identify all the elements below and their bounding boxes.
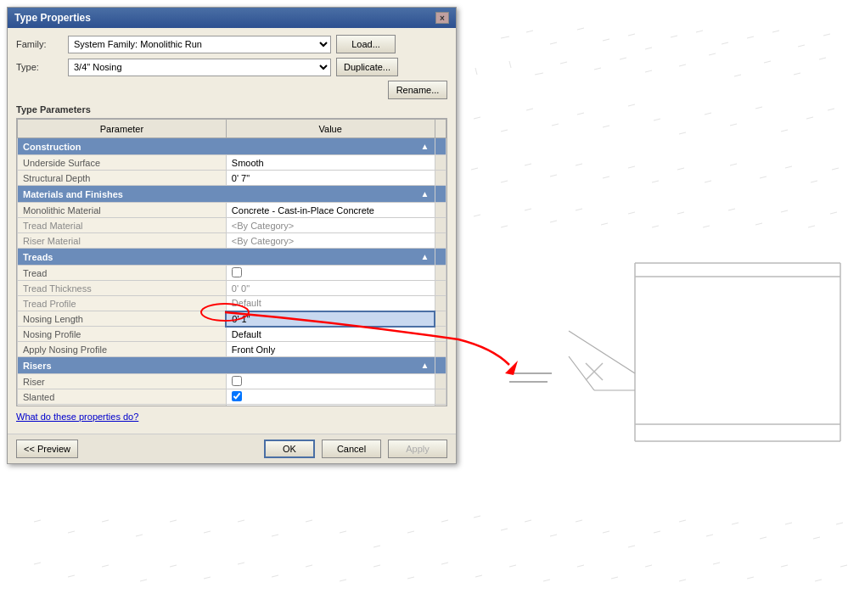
table-row[interactable]: Apply Nosing ProfileFront Only: [18, 342, 446, 357]
param-label: Slanted: [18, 389, 227, 405]
param-label: Nosing Length: [18, 311, 227, 327]
section-header-construction[interactable]: Construction▲: [18, 138, 446, 155]
table-row[interactable]: Tread ProfileDefault: [18, 296, 446, 311]
family-row: Family: System Family: Monolithic Run Lo…: [16, 35, 447, 53]
param-label: Tread Thickness: [18, 281, 227, 296]
row-scroll-space: [435, 218, 446, 233]
table-row[interactable]: Underside SurfaceSmooth: [18, 155, 446, 171]
type-label: Type:: [16, 62, 63, 72]
param-value: 0' 7": [226, 171, 435, 186]
params-table: Parameter Value Construction▲Underside S…: [17, 119, 446, 406]
family-label: Family:: [16, 39, 63, 49]
param-label: Riser: [18, 374, 227, 389]
param-label: Tread: [18, 266, 227, 281]
col-parameter: Parameter: [18, 120, 227, 138]
rename-row: Rename...: [16, 81, 447, 99]
param-label: Nosing Profile: [18, 327, 227, 342]
param-label: Monolithic Material: [18, 203, 227, 218]
param-label: Tread Material: [18, 218, 227, 233]
param-label: Tread Profile: [18, 296, 227, 311]
row-scroll-space: [435, 203, 446, 218]
cancel-button[interactable]: Cancel: [322, 440, 381, 458]
param-value[interactable]: [226, 374, 435, 389]
table-row[interactable]: Riser Material<By Category>: [18, 233, 446, 249]
table-row[interactable]: Tread Thickness0' 0": [18, 281, 446, 296]
param-value: Front Only: [226, 342, 435, 357]
param-checkbox[interactable]: [232, 267, 242, 277]
param-label: Riser Thickness: [18, 405, 227, 407]
table-row[interactable]: Structural Depth0' 7": [18, 171, 446, 186]
row-scroll-space: [435, 327, 446, 342]
param-value: 0' 1": [226, 311, 435, 327]
param-value: Smooth: [226, 155, 435, 171]
table-row[interactable]: Tread: [18, 266, 446, 281]
dialog-footer: << Preview OK Cancel Apply: [8, 434, 456, 463]
footer-buttons: OK Cancel Apply: [264, 440, 447, 458]
params-table-wrapper[interactable]: Parameter Value Construction▲Underside S…: [16, 118, 447, 406]
param-value: Default: [226, 296, 435, 311]
param-value: 0' 0": [226, 405, 435, 407]
dialog-title: Type Properties: [14, 12, 91, 24]
type-properties-dialog: Type Properties × Family: System Family:…: [7, 7, 457, 464]
row-scroll-space: [435, 171, 446, 186]
row-scroll-space: [435, 296, 446, 311]
dialog-titlebar: Type Properties ×: [8, 8, 456, 28]
row-scroll-space: [435, 281, 446, 296]
param-label: Apply Nosing Profile: [18, 342, 227, 357]
param-value: 0' 0": [226, 281, 435, 296]
close-button[interactable]: ×: [435, 12, 449, 24]
section-header-materials-and-finishes[interactable]: Materials and Finishes▲: [18, 186, 446, 203]
param-label: Riser Material: [18, 233, 227, 249]
param-value[interactable]: [226, 389, 435, 405]
table-row[interactable]: Nosing Length0' 1": [18, 311, 446, 327]
row-scroll-space: [435, 266, 446, 281]
what-properties-link[interactable]: What do these properties do?: [16, 412, 138, 422]
row-scroll-space: [435, 311, 446, 327]
apply-button[interactable]: Apply: [388, 440, 447, 458]
load-button[interactable]: Load...: [336, 35, 396, 53]
table-row[interactable]: Tread Material<By Category>: [18, 218, 446, 233]
param-value: <By Category>: [226, 218, 435, 233]
family-select[interactable]: System Family: Monolithic Run: [68, 36, 331, 53]
param-value: Concrete - Cast-in-Place Concrete: [226, 203, 435, 218]
param-label: Underside Surface: [18, 155, 227, 171]
param-checkbox[interactable]: [232, 376, 242, 386]
row-scroll-space: [435, 389, 446, 405]
type-row: Type: 3/4" Nosing Duplicate...: [16, 58, 447, 76]
col-value: Value: [226, 120, 435, 138]
duplicate-button[interactable]: Duplicate...: [336, 58, 398, 76]
section-header-treads[interactable]: Treads▲: [18, 249, 446, 266]
type-select[interactable]: 3/4" Nosing: [68, 59, 331, 76]
row-scroll-space: [435, 233, 446, 249]
section-header-risers[interactable]: Risers▲: [18, 357, 446, 374]
table-row[interactable]: Riser: [18, 374, 446, 389]
param-checkbox[interactable]: [232, 391, 242, 401]
row-scroll-space: [435, 405, 446, 407]
section-title: Type Parameters: [16, 104, 447, 115]
table-row[interactable]: Nosing ProfileDefault: [18, 327, 446, 342]
ok-button[interactable]: OK: [264, 440, 315, 458]
param-label: Structural Depth: [18, 171, 227, 186]
preview-button[interactable]: << Preview: [16, 440, 78, 458]
table-row[interactable]: Monolithic MaterialConcrete - Cast-in-Pl…: [18, 203, 446, 218]
row-scroll-space: [435, 374, 446, 389]
rename-button[interactable]: Rename...: [388, 81, 447, 99]
dialog-body: Family: System Family: Monolithic Run Lo…: [8, 28, 456, 434]
table-row[interactable]: Riser Thickness0' 0": [18, 405, 446, 407]
param-value: <By Category>: [226, 233, 435, 249]
param-value[interactable]: [226, 266, 435, 281]
row-scroll-space: [435, 155, 446, 171]
row-scroll-space: [435, 342, 446, 357]
table-row[interactable]: Slanted: [18, 389, 446, 405]
param-value: Default: [226, 327, 435, 342]
